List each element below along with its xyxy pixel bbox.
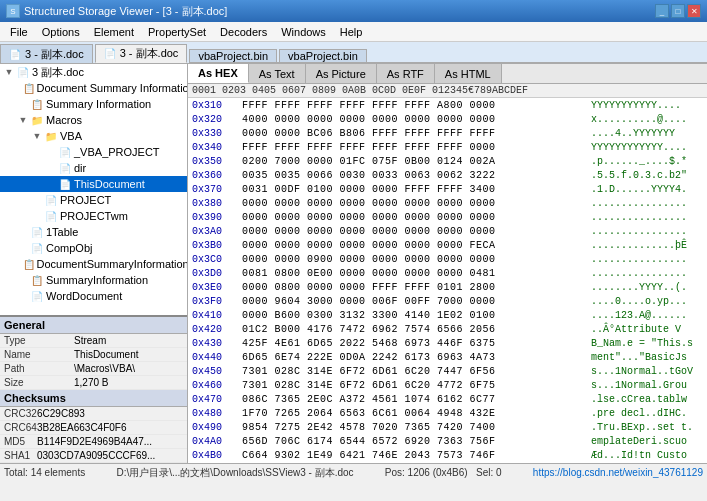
- hex-row[interactable]: 0x350 0200 7000 0000 01FC 075F 0B00 0124…: [188, 154, 707, 168]
- tab-doc-1[interactable]: 📄 3 - 副本.doc: [0, 44, 93, 63]
- hex-row[interactable]: 0x4C0 6D20 6973 2043 1866 756E 6374 696F…: [188, 462, 707, 463]
- tab-doc-2[interactable]: 📄 3 - 副本.doc: [95, 44, 188, 63]
- tree-spacer-5: [46, 179, 56, 189]
- hex-row[interactable]: 0x3E0 0000 0800 0000 0000 FFFF FFFF 0101…: [188, 280, 707, 294]
- menu-propertyset[interactable]: PropertySet: [142, 24, 212, 40]
- cs-sha1: SHA1 0303CD7A9095CCCF69...: [0, 449, 187, 463]
- hex-row[interactable]: 0x3B0 0000 0000 0000 0000 0000 0000 0000…: [188, 238, 707, 252]
- hex-row[interactable]: 0x340 FFFF FFFF FFFF FFFF FFFF FFFF FFFF…: [188, 140, 707, 154]
- hex-ascii: s...1Normal.Grou: [583, 380, 703, 391]
- hex-addr: 0x3C0: [192, 254, 242, 265]
- minimize-button[interactable]: _: [655, 4, 669, 18]
- hex-addr: 0x350: [192, 156, 242, 167]
- hex-viewer[interactable]: 0001 0203 0405 0607 0809 0A0B 0C0D 0E0F …: [188, 84, 707, 463]
- tree-toggle-root[interactable]: ▼: [4, 67, 14, 77]
- tree-item-projectwm[interactable]: 📄 PROJECTwm: [0, 208, 187, 224]
- hex-ascii: ................: [583, 212, 703, 223]
- menu-file[interactable]: File: [4, 24, 34, 40]
- hex-addr: 0x320: [192, 114, 242, 125]
- tree-item-suminfo[interactable]: 📋 Summary Information: [0, 96, 187, 112]
- menu-decoders[interactable]: Decoders: [214, 24, 273, 40]
- content-tab-html[interactable]: As HTML: [435, 64, 502, 83]
- project-icon: 📄: [44, 193, 58, 207]
- hex-row[interactable]: 0x390 0000 0000 0000 0000 0000 0000 0000…: [188, 210, 707, 224]
- hex-row[interactable]: 0x460 7301 028C 314E 6F72 6D61 6C20 4772…: [188, 378, 707, 392]
- sel-label: Sel:: [476, 467, 493, 478]
- hex-bytes: 01C2 B000 4176 7472 6962 7574 6566 2056: [242, 324, 583, 335]
- tree-item-thisdoc[interactable]: 📄 ThisDocument: [0, 176, 187, 192]
- hex-row[interactable]: 0x370 0031 00DF 0100 0000 0000 FFFF FFFF…: [188, 182, 707, 196]
- hex-row[interactable]: 0x420 01C2 B000 4176 7472 6962 7574 6566…: [188, 322, 707, 336]
- document-tab-bar: 📄 3 - 副本.doc 📄 3 - 副本.doc vbaProject.bin…: [0, 42, 707, 64]
- tab-vba-2[interactable]: vbaProject.bin: [279, 49, 367, 62]
- hex-row[interactable]: 0x320 4000 0000 0000 0000 0000 0000 0000…: [188, 112, 707, 126]
- hex-ascii: s...1Normal..tGoV: [583, 366, 703, 377]
- hex-row[interactable]: 0x3F0 0000 9604 3000 0000 006F 00FF 7000…: [188, 294, 707, 308]
- hex-row[interactable]: 0x380 0000 0000 0000 0000 0000 0000 0000…: [188, 196, 707, 210]
- hex-row[interactable]: 0x440 6D65 6E74 222E 0D0A 2242 6173 6963…: [188, 350, 707, 364]
- hex-ascii: ..Â°Attribute V: [583, 324, 703, 335]
- hex-bytes: 656D 706C 6174 6544 6572 6920 7363 756F: [242, 436, 583, 447]
- hex-row[interactable]: 0x3C0 0000 0000 0900 0000 0000 0000 0000…: [188, 252, 707, 266]
- tree-toggle-vba[interactable]: ▼: [32, 131, 42, 141]
- tree-item-vbaproject[interactable]: 📄 _VBA_PROJECT: [0, 144, 187, 160]
- tree-item-docsum[interactable]: 📋 Document Summary Information: [0, 80, 187, 96]
- tree-spacer-11: [18, 275, 28, 285]
- tree-item-project[interactable]: 📄 PROJECT: [0, 192, 187, 208]
- thisdoc-icon: 📄: [58, 177, 72, 191]
- tree-label-projectwm: PROJECTwm: [60, 210, 128, 222]
- tree-spacer-8: [18, 227, 28, 237]
- hex-row[interactable]: 0x450 7301 028C 314E 6F72 6D61 6C20 7447…: [188, 364, 707, 378]
- content-tab-rtf[interactable]: As RTF: [377, 64, 435, 83]
- hex-bytes: 6D65 6E74 222E 0D0A 2242 6173 6963 4A73: [242, 352, 583, 363]
- hex-ascii: ................: [583, 198, 703, 209]
- menu-windows[interactable]: Windows: [275, 24, 332, 40]
- maximize-button[interactable]: □: [671, 4, 685, 18]
- hex-row[interactable]: 0x470 086C 7365 2E0C A372 4561 1074 6162…: [188, 392, 707, 406]
- tab-vba-label-1: vbaProject.bin: [198, 50, 268, 62]
- hex-addr: 0x3F0: [192, 296, 242, 307]
- hex-addr: 0x3B0: [192, 240, 242, 251]
- tree-item-dir[interactable]: 📄 dir: [0, 160, 187, 176]
- prop-type-label: Type: [0, 335, 70, 346]
- tree-label-1table: 1Table: [46, 226, 78, 238]
- hex-bytes: 0031 00DF 0100 0000 0000 FFFF FFFF 3400: [242, 184, 583, 195]
- menu-help[interactable]: Help: [334, 24, 369, 40]
- tree-item-root[interactable]: ▼ 📄 3 副本.doc: [0, 64, 187, 80]
- compobj-icon: 📄: [30, 241, 44, 255]
- hex-row[interactable]: 0x430 425F 4E61 6D65 2022 5468 6973 446F…: [188, 336, 707, 350]
- close-button[interactable]: ✕: [687, 4, 701, 18]
- tree-item-worddoc[interactable]: 📄 WordDocument: [0, 288, 187, 304]
- tree-item-1table[interactable]: 📄 1Table: [0, 224, 187, 240]
- hex-row[interactable]: 0x4B0 C664 9302 1E49 6421 746E 2043 7573…: [188, 448, 707, 462]
- hex-row[interactable]: 0x490 9854 7275 2E42 4578 7020 7365 7420…: [188, 420, 707, 434]
- hex-row[interactable]: 0x310 FFFF FFFF FFFF FFFF FFFF FFFF A800…: [188, 98, 707, 112]
- tree-item-suminfoy[interactable]: 📋 SummaryInformation: [0, 272, 187, 288]
- hex-row[interactable]: 0x4A0 656D 706C 6174 6544 6572 6920 7363…: [188, 434, 707, 448]
- tree-label-suminfo: Summary Information: [46, 98, 151, 110]
- menu-element[interactable]: Element: [88, 24, 140, 40]
- properties-section: General Type Stream Name ThisDocument Pa…: [0, 315, 187, 463]
- cs-crc64-value: 3B28EA663C4F0F6: [35, 422, 127, 433]
- tree-spacer-1: [18, 83, 21, 93]
- cs-crc64: CRC64 3B28EA663C4F0F6: [0, 421, 187, 435]
- prop-path-label: Path: [0, 363, 70, 374]
- tree-item-macros[interactable]: ▼ 📁 Macros: [0, 112, 187, 128]
- menu-options[interactable]: Options: [36, 24, 86, 40]
- hex-row[interactable]: 0x480 1F70 7265 2064 6563 6C61 0064 4948…: [188, 406, 707, 420]
- tree-item-compobj[interactable]: 📄 CompObj: [0, 240, 187, 256]
- tree-view[interactable]: ▼ 📄 3 副本.doc 📋 Document Summary Informat…: [0, 64, 187, 315]
- hex-row[interactable]: 0x3D0 0081 0800 0E00 0000 0000 0000 0000…: [188, 266, 707, 280]
- hex-row[interactable]: 0x3A0 0000 0000 0000 0000 0000 0000 0000…: [188, 224, 707, 238]
- doc-icon-2: 📄: [104, 48, 116, 59]
- content-tab-picture[interactable]: As Picture: [306, 64, 377, 83]
- content-tab-hex[interactable]: As HEX: [188, 64, 249, 83]
- tab-vba-1[interactable]: vbaProject.bin: [189, 49, 277, 62]
- tree-item-vba[interactable]: ▼ 📁 VBA: [0, 128, 187, 144]
- hex-row[interactable]: 0x410 0000 B600 0300 3132 3300 4140 1E02…: [188, 308, 707, 322]
- tree-item-docsumy[interactable]: 📋 DocumentSummaryInformation: [0, 256, 187, 272]
- tree-toggle-macros[interactable]: ▼: [18, 115, 28, 125]
- hex-row[interactable]: 0x360 0035 0035 0066 0030 0033 0063 0062…: [188, 168, 707, 182]
- hex-row[interactable]: 0x330 0000 0000 BC06 B806 FFFF FFFF FFFF…: [188, 126, 707, 140]
- content-tab-text[interactable]: As Text: [249, 64, 306, 83]
